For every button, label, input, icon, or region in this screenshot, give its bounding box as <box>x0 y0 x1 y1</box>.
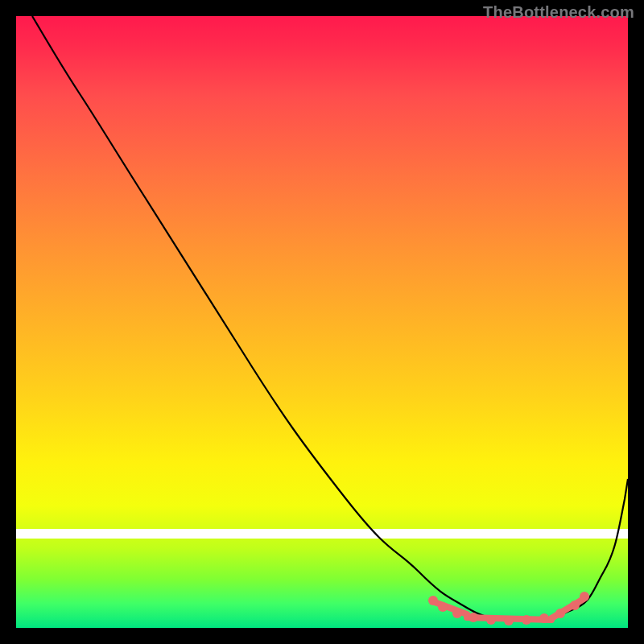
neutral-band <box>16 529 628 539</box>
marker-left-slope <box>435 602 467 614</box>
marker-dot <box>452 609 462 618</box>
marker-right-slope <box>551 599 584 618</box>
marker-dot <box>438 602 448 612</box>
marker-flat <box>467 617 551 620</box>
marker-dot <box>469 613 478 622</box>
marker-dot <box>555 609 565 618</box>
marker-dot <box>580 592 589 601</box>
marker-dot <box>522 615 531 625</box>
marker-dot <box>570 601 580 610</box>
marker-dot <box>504 616 514 625</box>
marker-dot <box>486 615 496 625</box>
marker-dot <box>428 596 438 605</box>
bottleneck-chart <box>16 16 628 628</box>
marker-dot <box>539 613 549 623</box>
watermark-label: TheBottleneck.com <box>483 3 634 22</box>
